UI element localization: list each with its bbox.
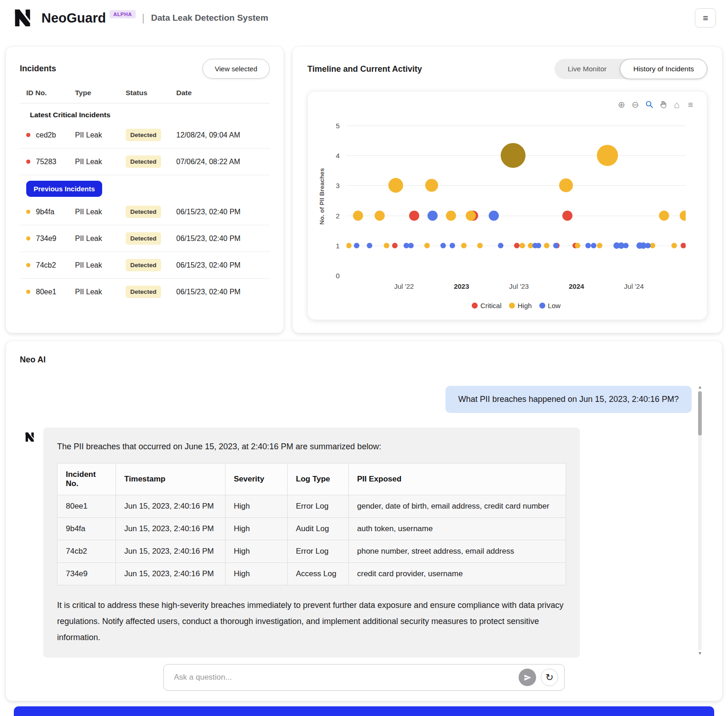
menu-button[interactable]: ≡ xyxy=(695,8,716,28)
data-point-low[interactable] xyxy=(585,243,591,248)
scroll-up-icon[interactable]: ▲ xyxy=(698,384,702,390)
app-title: NeoGuard xyxy=(41,11,106,26)
previous-incidents-badge[interactable]: Previous Incidents xyxy=(26,181,102,197)
scroll-down-icon[interactable]: ▼ xyxy=(698,650,702,657)
data-point-high[interactable] xyxy=(680,211,686,221)
table-cell: Jun 15, 2023, 2:40:16 PM xyxy=(116,563,225,585)
chat-input[interactable] xyxy=(163,664,565,691)
data-point-high[interactable] xyxy=(425,179,438,192)
data-point-critical[interactable] xyxy=(392,243,398,248)
data-point-high[interactable] xyxy=(597,243,602,248)
box-zoom-icon[interactable] xyxy=(643,99,655,110)
user-message-bubble: What PII breaches happened on Jun 15, 20… xyxy=(445,386,692,413)
data-point-critical[interactable] xyxy=(514,243,520,248)
data-point-high[interactable] xyxy=(544,243,549,248)
legend-label: Critical xyxy=(480,302,502,309)
incident-row[interactable]: ced2bPII LeakDetected12/08/24, 09:04 AM xyxy=(20,122,270,149)
alpha-badge: ALPHA xyxy=(110,10,135,18)
incident-id: 9b4fa xyxy=(36,208,54,216)
data-point-low[interactable] xyxy=(498,243,503,248)
modebar-menu-icon[interactable]: ≡ xyxy=(684,99,697,110)
data-point-high[interactable] xyxy=(347,243,352,248)
data-point-high[interactable] xyxy=(353,211,363,221)
table-header-row: Incident No.TimestampSeverityLog TypePII… xyxy=(58,464,566,495)
data-point-high[interactable] xyxy=(477,243,483,248)
data-point-high[interactable] xyxy=(575,243,580,248)
chat-input-row: ↻ xyxy=(163,664,565,691)
y-tick-label: 3 xyxy=(336,182,340,189)
legend-item-high[interactable]: High xyxy=(509,302,532,309)
data-point-low[interactable] xyxy=(440,243,446,248)
incident-id: 74cb2 xyxy=(36,261,56,269)
data-point-high[interactable] xyxy=(446,211,456,221)
chat-scrollbar[interactable]: ▲ ▼ xyxy=(697,384,703,657)
paper-plane-icon xyxy=(524,674,532,682)
incident-row[interactable]: 9b4faPII LeakDetected06/15/23, 02:40 PM xyxy=(20,199,270,225)
y-tick-label: 1 xyxy=(336,241,340,249)
data-point-high[interactable] xyxy=(466,211,476,221)
user-message-text: What PII breaches happened on Jun 15, 20… xyxy=(458,395,679,404)
table-cell: Access Log xyxy=(288,563,349,585)
data-point-low[interactable] xyxy=(450,243,455,248)
view-selected-button[interactable]: View selected xyxy=(202,59,270,79)
data-point-high[interactable] xyxy=(559,178,573,192)
legend-dot xyxy=(472,303,478,309)
incident-row[interactable]: 74cb2PII LeakDetected06/15/23, 02:40 PM xyxy=(20,252,270,279)
data-point-selected[interactable] xyxy=(501,143,526,168)
legend-item-critical[interactable]: Critical xyxy=(472,302,502,309)
legend-item-low[interactable]: Low xyxy=(539,302,561,309)
data-point-low[interactable] xyxy=(408,243,414,248)
data-point-high[interactable] xyxy=(388,178,403,193)
incident-type: PII Leak xyxy=(75,208,126,216)
data-point-critical[interactable] xyxy=(409,211,419,221)
zoom-in-icon[interactable]: ⊕ xyxy=(615,99,628,110)
data-point-low[interactable] xyxy=(489,211,499,221)
data-point-high[interactable] xyxy=(375,211,385,221)
data-point-high[interactable] xyxy=(597,145,618,166)
table-cell: auth token, username xyxy=(349,518,566,540)
incident-section-label: Latest Critical Incidents xyxy=(20,103,270,122)
scrollbar-track[interactable] xyxy=(698,390,702,650)
chart-toolbar: ⊕ ⊖ ⌂ ≡ xyxy=(615,99,697,110)
incident-row[interactable]: 734e9PII LeakDetected06/15/23, 02:40 PM xyxy=(20,225,270,252)
column-header-date: Date xyxy=(176,89,270,97)
table-row: 74cb2Jun 15, 2023, 2:40:16 PMHighError L… xyxy=(58,540,566,563)
data-point-high[interactable] xyxy=(520,243,525,248)
data-point-low[interactable] xyxy=(536,243,541,248)
data-point-low[interactable] xyxy=(367,243,372,248)
incident-row[interactable]: 80ee1PII LeakDetected06/15/23, 02:40 PM xyxy=(20,279,270,305)
status-badge: Detected xyxy=(126,286,161,298)
data-point-low[interactable] xyxy=(428,211,438,221)
y-tick-label: 0 xyxy=(336,272,340,280)
pan-icon[interactable] xyxy=(657,99,669,110)
incident-date: 07/06/24, 08:22 AM xyxy=(176,158,270,166)
data-point-high[interactable] xyxy=(424,243,430,248)
incident-row[interactable]: 75283PII LeakDetected07/06/24, 08:22 AM xyxy=(20,149,270,175)
data-point-low[interactable] xyxy=(553,243,559,248)
send-button[interactable] xyxy=(519,669,536,686)
plot-canvas[interactable] xyxy=(347,126,686,275)
tab-history-of-incidents[interactable]: History of Incidents xyxy=(620,59,707,79)
table-row: 9b4faJun 15, 2023, 2:40:16 PMHighAudit L… xyxy=(58,518,566,540)
severity-dot xyxy=(26,133,30,137)
y-tick-label: 5 xyxy=(336,122,340,130)
home-icon[interactable]: ⌂ xyxy=(670,99,683,110)
zoom-out-icon[interactable]: ⊖ xyxy=(629,99,641,110)
data-point-high[interactable] xyxy=(671,243,677,248)
data-point-low[interactable] xyxy=(591,243,596,248)
data-point-critical[interactable] xyxy=(681,243,686,248)
data-point-high[interactable] xyxy=(384,243,389,248)
scrollbar-thumb[interactable] xyxy=(698,391,702,435)
bottom-blue-bar[interactable] xyxy=(14,706,714,716)
table-row: 80ee1Jun 15, 2023, 2:40:16 PMHighError L… xyxy=(58,495,566,518)
neo-ai-panel: Neo AI What PII breaches happened on Jun… xyxy=(6,341,722,701)
tab-live-monitor[interactable]: Live Monitor xyxy=(555,59,620,79)
data-point-low[interactable] xyxy=(645,243,651,248)
data-point-high[interactable] xyxy=(659,211,669,221)
chart-legend: CriticalHighLow xyxy=(347,302,686,309)
data-point-high[interactable] xyxy=(461,243,467,248)
data-point-low[interactable] xyxy=(623,243,629,248)
refresh-button[interactable]: ↻ xyxy=(541,669,558,686)
data-point-low[interactable] xyxy=(354,243,359,248)
data-point-critical[interactable] xyxy=(562,211,572,221)
